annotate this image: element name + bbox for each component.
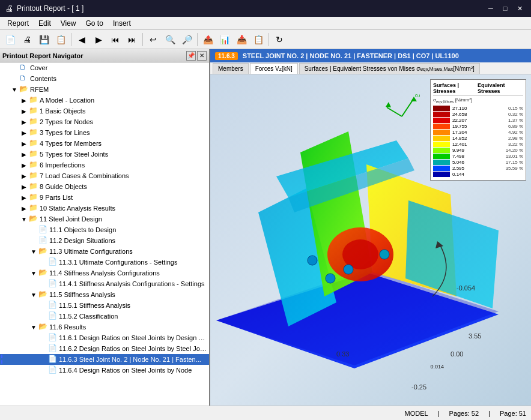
legend-val-1: 24.658 [452, 112, 467, 117]
tree-label-stiffness-settings: 11.4.1 Stiffness Analysis Configurations… [59, 280, 205, 287]
tree-item-design-ratios-2[interactable]: 📄 11.6.2 Design Ratios on Steel Joints b… [0, 343, 209, 354]
tree-item-ultimate-configs[interactable]: ▼ 📂 11.3 Ultimate Configurations [0, 246, 209, 257]
legend-pct-4: 4.92 % [508, 130, 523, 135]
doc-icon: 📄 [48, 279, 58, 289]
tree-item-parts-list[interactable]: ▶ 📁 9 Parts List [0, 192, 209, 203]
tree-item-objects-design[interactable]: 📄 11.1 Objects to Design [0, 224, 209, 235]
tab-forces[interactable]: Forces Vz [kN] [250, 63, 298, 74]
legend-pct-0: 0.15 % [508, 106, 523, 111]
tree-item-stiffness-configs[interactable]: ▼ 📂 11.4 Stiffness Analysis Configuratio… [0, 268, 209, 278]
maximize-button[interactable]: □ [499, 2, 512, 15]
new-button[interactable]: 📄 [2, 32, 18, 47]
tree-item-design-situations[interactable]: 📄 11.2 Design Situations [0, 235, 209, 246]
legend-pct-6: 3.22 % [508, 142, 523, 147]
content-title: STEEL JOINT NO. 2 | NODE NO. 21 | FASTEN… [243, 52, 459, 59]
export-button[interactable]: 📤 [200, 32, 216, 47]
expand-icon: ▶ [19, 184, 29, 190]
menu-insert[interactable]: Insert [108, 18, 136, 29]
legend-pct-10: 35.59 % [506, 166, 523, 171]
tree-item-static-analysis[interactable]: ▶ 📁 10 Static Analysis Results [0, 203, 209, 214]
tree-item-design-ratios-1[interactable]: 📄 11.6.1 Design Ratios on Steel Joints b… [0, 332, 209, 343]
toolbar: 📄 🖨 💾 📋 ◀ ▶ ⏮ ⏭ ↩ 🔍 🔎 📤 📊 📥 📋 ↻ [0, 30, 531, 49]
tree-item-model-location[interactable]: ▶ 📁 A Model - Location [0, 95, 209, 106]
next-button[interactable]: ▶ [91, 32, 106, 47]
status-separator: | [438, 410, 440, 417]
status-separator2: | [488, 410, 490, 417]
legend-color-9 [433, 160, 450, 165]
tree-area: 🗋 Cover 🗋 Contents ▼ 📂 RFEM ▶ [0, 62, 209, 406]
tree-item-stiffness-settings[interactable]: 📄 11.4.1 Stiffness Analysis Configuratio… [0, 278, 209, 289]
nav-pin-button[interactable]: 📌 [186, 51, 196, 61]
tree-item-cover[interactable]: 🗋 Cover [0, 62, 209, 73]
svg-text:-0.25: -0.25 [411, 383, 426, 391]
tree-item-types-lines[interactable]: ▶ 📁 3 Types for Lines [0, 127, 209, 138]
tree-item-imperfections[interactable]: ▶ 📁 6 Imperfections [0, 160, 209, 170]
expand-icon: ▼ [29, 292, 38, 298]
menu-report[interactable]: Report [2, 18, 34, 29]
nav-close-button[interactable]: ✕ [197, 51, 207, 61]
content-badge: 11.6.3 [215, 52, 238, 60]
doc-icon: 📄 [48, 257, 58, 267]
tree-item-stiffness-analysis-item[interactable]: 📄 11.5.1 Stiffness Analysis [0, 300, 209, 311]
tab-members[interactable]: Members [213, 63, 249, 74]
tree-label-cover: Cover [30, 64, 47, 71]
import-button[interactable]: 📥 [234, 32, 249, 47]
menu-view[interactable]: View [56, 18, 81, 29]
back-button[interactable]: ↩ [145, 32, 161, 47]
legend-val-10: 2.595 [452, 166, 464, 171]
legend-color-8 [433, 154, 450, 159]
tree-item-basic-objects[interactable]: ▶ 📁 1 Basic Objects [0, 106, 209, 116]
tree-label-design-ratios-1: 11.6.1 Design Ratios on Steel Joints by … [59, 334, 207, 341]
tree-item-ultimate-settings[interactable]: 📄 11.3.1 Ultimate Configurations - Setti… [0, 257, 209, 268]
menu-edit[interactable]: Edit [34, 18, 56, 29]
tree-label-guide-objects: 8 Guide Objects [40, 183, 87, 190]
chart-button[interactable]: 📊 [217, 32, 232, 47]
tree-label-static-analysis: 10 Static Analysis Results [40, 205, 115, 212]
close-button[interactable]: ✕ [513, 2, 526, 15]
expand-icon: ▼ [29, 270, 38, 277]
tree-item-classification[interactable]: 📄 11.5.2 Classification [0, 311, 209, 322]
legend-color-7 [433, 148, 450, 153]
legend-title-surfaces: Surfaces | Stresses [433, 82, 478, 94]
tree-item-types-steel[interactable]: ▶ 📁 5 Types for Steel Joints [0, 149, 209, 160]
zoom-in-button[interactable]: 🔍 [162, 32, 178, 47]
legend-row-11: 0.144 [433, 172, 523, 177]
legend-pct-8: 13.01 % [506, 154, 523, 159]
expand-icon: ▼ [29, 248, 38, 255]
tree-item-types-nodes[interactable]: ▶ 📁 2 Types for Nodes [0, 116, 209, 127]
legend-color-2 [433, 118, 450, 123]
tree-item-results[interactable]: ▼ 📂 11.6 Results [0, 322, 209, 332]
doc-icon: 📄 [48, 344, 58, 353]
refresh-button[interactable]: ↻ [272, 32, 287, 47]
tree-item-steel-joint-design[interactable]: ▼ 📂 11 Steel Joint Design [0, 214, 209, 224]
minimize-button[interactable]: ─ [484, 2, 497, 15]
tree-item-load-cases[interactable]: ▶ 📁 7 Load Cases & Combinations [0, 170, 209, 181]
folder-open-icon: 📂 [38, 290, 48, 299]
zoom-out-button[interactable]: 🔎 [179, 32, 195, 47]
doc-icon: 📄 [48, 311, 58, 321]
tree-item-contents[interactable]: 🗋 Contents [0, 73, 209, 84]
folder-icon: 📁 [29, 106, 38, 116]
legend-color-4 [433, 130, 450, 135]
menu-goto[interactable]: Go to [81, 18, 108, 29]
tree-item-types-members[interactable]: ▶ 📁 4 Types for Members [0, 138, 209, 149]
legend-row-1: 24.658 0.32 % [433, 112, 523, 117]
first-button[interactable]: ⏮ [108, 32, 123, 47]
save2-button[interactable]: 📋 [250, 32, 266, 47]
save-button[interactable]: 💾 [36, 32, 52, 47]
print-button[interactable]: 🖨 [19, 32, 35, 47]
legend-color-10 [433, 166, 450, 171]
status-bar: MODEL | Pages: 52 | Page: 51 [0, 406, 531, 420]
tab-surfaces[interactable]: Surfaces | Equivalent Stresses von Mises… [299, 63, 480, 74]
expand-icon: ▶ [19, 119, 29, 125]
tree-item-guide-objects[interactable]: ▶ 📁 8 Guide Objects [0, 181, 209, 192]
svg-line-22 [387, 107, 402, 116]
tree-item-steel-joint-no2[interactable]: 📄 11.6.3 Steel Joint No. 2 | Node No. 21… [0, 354, 209, 365]
last-button[interactable]: ⏭ [124, 32, 140, 47]
toolbar-sep-4 [269, 33, 269, 46]
prev-button[interactable]: ◀ [74, 32, 90, 47]
copy-button[interactable]: 📋 [53, 32, 68, 47]
tree-item-rfem[interactable]: ▼ 📂 RFEM [0, 84, 209, 95]
tree-item-stiffness-analysis[interactable]: ▼ 📂 11.5 Stiffness Analysis [0, 289, 209, 300]
tree-item-design-ratios-node[interactable]: 📄 11.6.4 Design Ratios on Steel Joints b… [0, 365, 209, 376]
